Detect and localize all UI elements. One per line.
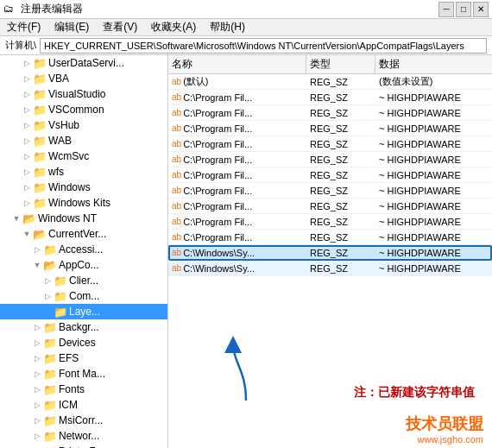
reg-icon: ab (172, 155, 181, 164)
table-row[interactable]: abC:\Program Fil... REG_SZ ~ HIGHDPIAWAR… (168, 230, 492, 245)
cell-type: REG_SZ (306, 201, 375, 211)
tree-item-appcompat[interactable]: ▼ 📂 AppCo... (0, 257, 167, 273)
tree-item-icm[interactable]: ▷ 📁 ICM (0, 397, 167, 413)
reg-icon: ab (172, 123, 181, 133)
tree-item-client[interactable]: ▷ 📁 Clier... (0, 273, 167, 288)
folder-icon: 📁 (33, 166, 47, 178)
folder-icon: 📁 (43, 321, 57, 333)
table-header: 名称 类型 数据 (168, 55, 492, 74)
address-path[interactable]: HKEY_CURRENT_USER\Software\Microsoft\Win… (40, 38, 487, 54)
tree-item-visualstudio[interactable]: ▷ 📁 VisualStudio (0, 86, 167, 102)
main-content: ▷ 📁 UserDataServi... ▷ 📁 VBA ▷ 📁 VisualS… (0, 55, 492, 448)
tree-item-com[interactable]: ▷ 📁 Com... (0, 288, 167, 304)
expand-icon: ▷ (31, 368, 43, 380)
cell-data: ~ HIGHDPIAWARE (375, 155, 492, 165)
tree-item-background[interactable]: ▷ 📁 Backgr... (0, 319, 167, 335)
cell-type: REG_SZ (306, 155, 375, 165)
reg-icon: ab (172, 186, 181, 195)
tree-label: Networ... (59, 430, 99, 442)
tree-item-layers[interactable]: 📁 Laye... (0, 304, 167, 319)
expand-icon: ▼ (31, 259, 43, 271)
table-row[interactable]: abC:\Program Fil... REG_SZ ~ HIGHDPIAWAR… (168, 152, 492, 167)
title-bar-text: 注册表编辑器 (21, 2, 83, 16)
expand-icon: ▷ (21, 73, 33, 85)
cell-type: REG_SZ (306, 123, 375, 134)
expand-icon: ▷ (21, 135, 33, 147)
cell-name: abC:\Windows\Sy... (168, 263, 306, 274)
table-row[interactable]: abC:\Program Fil... REG_SZ ~ HIGHDPIAWAR… (168, 167, 492, 183)
close-button[interactable]: ✕ (473, 2, 489, 17)
table-row[interactable]: abC:\Windows\Sy... REG_SZ ~ HIGHDPIAWARE (168, 261, 492, 276)
cell-name: abC:\Windows\Sy... (168, 248, 306, 258)
tree-label: EFS (59, 352, 79, 364)
tree-label: VBA (48, 73, 69, 85)
tree-label: ICM (59, 399, 78, 411)
tree-item-vscommon[interactable]: ▷ 📁 VSCommon (0, 102, 167, 117)
menu-favorites[interactable]: 收藏夹(A) (148, 19, 199, 35)
watermark-line2: www.jsgho.com (418, 434, 483, 445)
tree-item-vba[interactable]: ▷ 📁 VBA (0, 71, 167, 86)
maximize-button[interactable]: □ (456, 2, 471, 17)
menu-view[interactable]: 查看(V) (99, 19, 141, 35)
expand-icon: ▼ (21, 228, 33, 240)
tree-label: VSCommon (48, 104, 104, 116)
tree-item-wfs[interactable]: ▷ 📁 wfs (0, 164, 167, 180)
expand-icon: ▷ (31, 430, 43, 442)
folder-icon: 📁 (33, 119, 47, 131)
menu-file[interactable]: 文件(F) (3, 19, 44, 35)
table-row[interactable]: abC:\Program Fil... REG_SZ ~ HIGHDPIAWAR… (168, 136, 492, 152)
table-row-new[interactable]: abC:\Windows\Sy... REG_SZ ~ HIGHDPIAWARE (168, 245, 492, 261)
tree-item-fontma[interactable]: ▷ 📁 Font Ma... (0, 366, 167, 382)
table-row[interactable]: abC:\Program Fil... REG_SZ ~ HIGHDPIAWAR… (168, 199, 492, 214)
cell-name: abC:\Program Fil... (168, 186, 306, 196)
cell-type: REG_SZ (306, 139, 375, 149)
reg-icon: ab (172, 201, 181, 211)
tree-item-windowskits[interactable]: ▷ 📁 Windows Kits (0, 195, 167, 211)
menu-edit[interactable]: 编辑(E) (51, 19, 92, 35)
table-row[interactable]: abC:\Program Fil... REG_SZ ~ HIGHDPIAWAR… (168, 105, 492, 121)
cell-name: abC:\Program Fil... (168, 217, 306, 227)
tree-item-msicorr[interactable]: ▷ 📁 MsiCorr... (0, 413, 167, 428)
tree-item-network[interactable]: ▷ 📁 Networ... (0, 428, 167, 444)
table-row[interactable]: abC:\Program Fil... REG_SZ ~ HIGHDPIAWAR… (168, 90, 492, 105)
table-row[interactable]: abC:\Program Fil... REG_SZ ~ HIGHDPIAWAR… (168, 183, 492, 199)
tree-item-printerf[interactable]: ▷ 📁 PrinterF... (0, 444, 167, 448)
folder-icon: 📁 (54, 274, 67, 287)
minimize-button[interactable]: ─ (438, 2, 454, 17)
cell-type: REG_SZ (306, 108, 375, 118)
table-row[interactable]: ab (默认) REG_SZ (数值未设置) (168, 74, 492, 90)
cell-data: (数值未设置) (375, 75, 492, 88)
tree-label: VisualStudio (48, 88, 106, 100)
tree-item-fonts[interactable]: ▷ 📁 Fonts (0, 382, 167, 397)
cell-type: REG_SZ (306, 232, 375, 243)
folder-icon: 📁 (33, 57, 47, 69)
menu-help[interactable]: 帮助(H) (206, 19, 249, 35)
tree-panel: ▷ 📁 UserDataServi... ▷ 📁 VBA ▷ 📁 VisualS… (0, 55, 168, 448)
folder-icon: 📁 (54, 290, 67, 302)
folder-icon: 📁 (43, 352, 57, 364)
tree-item-efs[interactable]: ▷ 📁 EFS (0, 350, 167, 366)
tree-item-windows[interactable]: ▷ 📁 Windows (0, 180, 167, 195)
reg-icon: ab (172, 108, 181, 117)
table-row[interactable]: abC:\Program Fil... REG_SZ ~ HIGHDPIAWAR… (168, 214, 492, 230)
expand-icon: ▷ (41, 290, 54, 302)
address-bar: 计算机\ HKEY_CURRENT_USER\Software\Microsof… (0, 36, 492, 55)
tree-item-windowsnt[interactable]: ▼ 📂 Windows NT (0, 211, 167, 226)
expand-icon: ▷ (41, 274, 54, 287)
cell-type: REG_SZ (306, 92, 375, 103)
table-row[interactable]: abC:\Program Fil... REG_SZ ~ HIGHDPIAWAR… (168, 121, 492, 136)
tree-label: Devices (59, 337, 96, 349)
tree-item-vshub[interactable]: ▷ 📁 VsHub (0, 117, 167, 133)
tree-item-wcmsvc[interactable]: ▷ 📁 WcmSvc (0, 148, 167, 164)
folder-icon: 📁 (33, 88, 47, 100)
cell-data: ~ HIGHDPIAWARE (375, 186, 492, 196)
tree-item-userdataservi[interactable]: ▷ 📁 UserDataServi... (0, 55, 167, 71)
tree-label: Backgr... (59, 321, 99, 333)
tree-item-devices[interactable]: ▷ 📁 Devices (0, 335, 167, 350)
tree-item-currentver[interactable]: ▼ 📂 CurrentVer... (0, 226, 167, 242)
tree-item-accessibility[interactable]: ▷ 📁 Accessi... (0, 242, 167, 257)
cell-data: ~ HIGHDPIAWARE (375, 232, 492, 243)
tree-item-wab[interactable]: ▷ 📁 WAB (0, 133, 167, 148)
tree-label: Accessi... (59, 243, 103, 256)
folder-icon: 📂 (33, 228, 47, 240)
